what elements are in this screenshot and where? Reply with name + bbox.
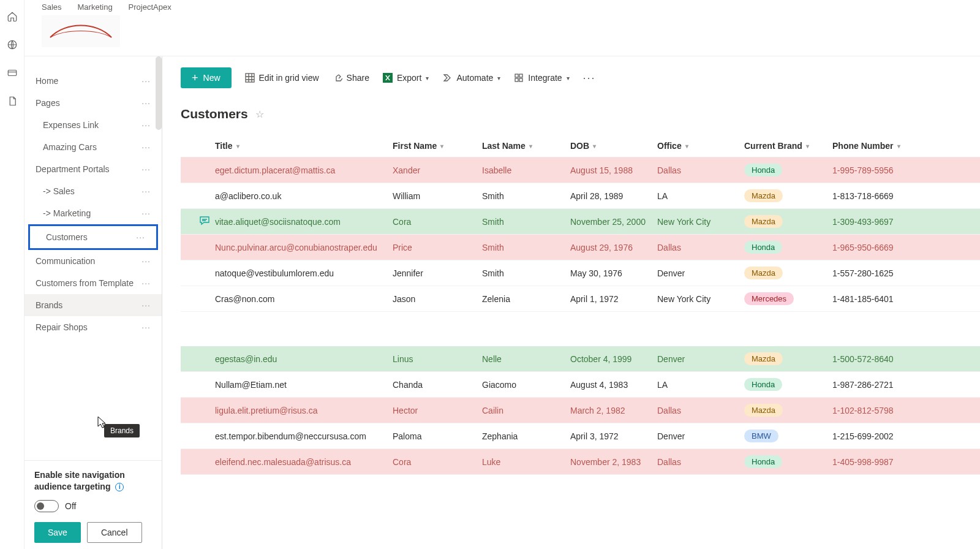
col-lastname[interactable]: Last Name▾ [482, 141, 570, 151]
table-row[interactable]: vitae.aliquet@sociisnatoque.comCoraSmith… [181, 209, 980, 235]
col-title[interactable]: Title▾ [215, 141, 393, 151]
nav-item-home[interactable]: Home··· [24, 70, 162, 92]
favorite-star-icon[interactable]: ☆ [255, 108, 264, 120]
cell-phone: 1-987-286-2721 [832, 380, 906, 390]
nav-item-menu-icon[interactable]: ··· [141, 208, 151, 218]
nav-item-menu-icon[interactable]: ··· [141, 98, 151, 108]
table-row[interactable]: eget.dictum.placerat@mattis.caXanderIsab… [181, 157, 980, 183]
svg-rect-4 [515, 74, 518, 77]
brand-pill: BMW [744, 430, 778, 442]
cell-phone: 1-309-493-9697 [832, 217, 906, 227]
tab-marketing[interactable]: Marketing [78, 2, 113, 12]
nav-item-expenses-link[interactable]: Expenses Link··· [24, 114, 162, 136]
nav-item-pages[interactable]: Pages··· [24, 92, 162, 114]
table-row[interactable]: eleifend.nec.malesuada@atrisus.caCoraLuk… [181, 449, 980, 475]
cell-office: New York City [657, 217, 744, 227]
table-row[interactable]: Cras@non.comJasonZeleniaApril 1, 1972New… [181, 286, 980, 312]
nav-item-customers[interactable]: Customers··· [28, 224, 158, 250]
cell-title: a@aclibero.co.uk [215, 191, 393, 201]
site-logo[interactable] [42, 15, 120, 47]
nav-item-menu-icon[interactable]: ··· [141, 322, 151, 332]
table-row[interactable]: Nullam@Etiam.netChandaGiacomoAugust 4, 1… [181, 372, 980, 398]
share-button[interactable]: Share [333, 73, 369, 83]
nav-item-communication[interactable]: Communication··· [24, 250, 162, 272]
cell-title: Cras@non.com [215, 294, 393, 304]
nav-item-amazing-cars[interactable]: Amazing Cars··· [24, 136, 162, 158]
cell-title: Nullam@Etiam.net [215, 380, 393, 390]
table-row[interactable]: Nunc.pulvinar.arcu@conubianostraper.eduP… [181, 235, 980, 260]
integrate-button[interactable]: Integrate▾ [514, 73, 569, 83]
toggle-state-label: Off [65, 501, 76, 511]
nav-item-menu-icon[interactable]: ··· [141, 186, 151, 196]
save-button[interactable]: Save [34, 522, 81, 543]
nav-item-menu-icon[interactable]: ··· [141, 164, 151, 174]
cell-first: Paloma [393, 431, 482, 441]
table-row[interactable]: egestas@in.eduLinusNelleOctober 4, 1999D… [181, 346, 980, 372]
col-office[interactable]: Office▾ [657, 141, 744, 151]
nav-item-menu-icon[interactable]: ··· [141, 120, 151, 130]
home-icon[interactable] [7, 11, 18, 22]
nav-item--marketing[interactable]: -> Marketing··· [24, 202, 162, 224]
nav-item-repair-shops[interactable]: Repair Shops··· [24, 316, 162, 338]
table-row[interactable]: a@aclibero.co.ukWilliamSmithApril 28, 19… [181, 183, 980, 209]
globe-icon[interactable] [7, 39, 18, 50]
audience-targeting-toggle[interactable] [34, 500, 59, 512]
new-button[interactable]: +New [181, 67, 232, 88]
nav-item-menu-icon[interactable]: ··· [141, 300, 151, 310]
tab-projectapex[interactable]: ProjectApex [129, 2, 172, 12]
col-firstname[interactable]: First Name▾ [393, 141, 482, 151]
grid-icon [245, 73, 255, 83]
svg-rect-5 [519, 74, 522, 77]
cancel-button[interactable]: Cancel [87, 522, 142, 543]
document-icon[interactable] [7, 96, 18, 107]
brand-pill: Mazda [744, 215, 783, 228]
cell-last: Smith [482, 268, 570, 278]
nav-item-menu-icon[interactable]: ··· [141, 142, 151, 152]
brand-pill: Honda [744, 164, 782, 176]
automate-button[interactable]: Automate▾ [442, 73, 500, 83]
col-brand[interactable]: Current Brand▾ [744, 141, 832, 151]
nav-item-menu-icon[interactable]: ··· [141, 76, 151, 86]
share-icon [333, 73, 342, 83]
export-button[interactable]: Export▾ [383, 73, 429, 83]
topbar: Sales Marketing ProjectApex [24, 0, 980, 56]
nav-item-menu-icon[interactable]: ··· [141, 278, 151, 288]
col-phone[interactable]: Phone Number▾ [832, 141, 906, 151]
nav-item--sales[interactable]: -> Sales··· [24, 180, 162, 202]
brand-pill: Mazda [744, 352, 783, 365]
chevron-down-icon: ▾ [497, 75, 500, 81]
cell-dob: August 15, 1988 [570, 165, 657, 175]
audience-targeting-label: Enable site navigation audience targetin… [34, 469, 152, 493]
brand-pill: Honda [744, 378, 782, 391]
svg-rect-7 [519, 78, 522, 81]
nav-item-department-portals[interactable]: Department Portals··· [24, 158, 162, 180]
svg-rect-1 [8, 70, 17, 76]
customers-table: Title▾ First Name▾ Last Name▾ DOB▾ Offic… [181, 135, 980, 549]
page-title: Customers [181, 107, 248, 121]
nav-item-label: Department Portals [36, 164, 110, 174]
table-row[interactable]: est.tempor.bibendum@neccursusa.comPaloma… [181, 423, 980, 449]
nav-item-menu-icon[interactable]: ··· [136, 232, 145, 242]
nav-item-label: Home [36, 76, 58, 86]
cell-last: Zephania [482, 431, 570, 441]
card-icon[interactable] [7, 67, 18, 78]
cell-last: Nelle [482, 354, 570, 364]
table-row[interactable]: ligula.elit.pretium@risus.caHectorCailin… [181, 398, 980, 423]
edit-grid-button[interactable]: Edit in grid view [245, 73, 319, 83]
table-header: Title▾ First Name▾ Last Name▾ DOB▾ Offic… [181, 135, 980, 157]
col-dob[interactable]: DOB▾ [570, 141, 657, 151]
cell-dob: November 25, 2000 [570, 217, 657, 227]
chevron-down-icon: ▾ [567, 75, 570, 81]
nav-item-brands[interactable]: Brands··· [24, 294, 162, 316]
more-actions-button[interactable]: ··· [583, 72, 596, 85]
table-row[interactable]: natoque@vestibulumlorem.eduJenniferSmith… [181, 260, 980, 286]
cell-last: Isabelle [482, 165, 570, 175]
cell-dob: April 3, 1972 [570, 431, 657, 441]
cell-last: Luke [482, 457, 570, 467]
nav-item-customers-from-template[interactable]: Customers from Template··· [24, 272, 162, 294]
tab-sales[interactable]: Sales [42, 2, 62, 12]
info-icon[interactable]: i [115, 483, 124, 491]
nav-item-menu-icon[interactable]: ··· [141, 256, 151, 266]
sidebar-footer: Enable site navigation audience targetin… [24, 460, 162, 549]
comment-icon[interactable] [181, 216, 215, 227]
